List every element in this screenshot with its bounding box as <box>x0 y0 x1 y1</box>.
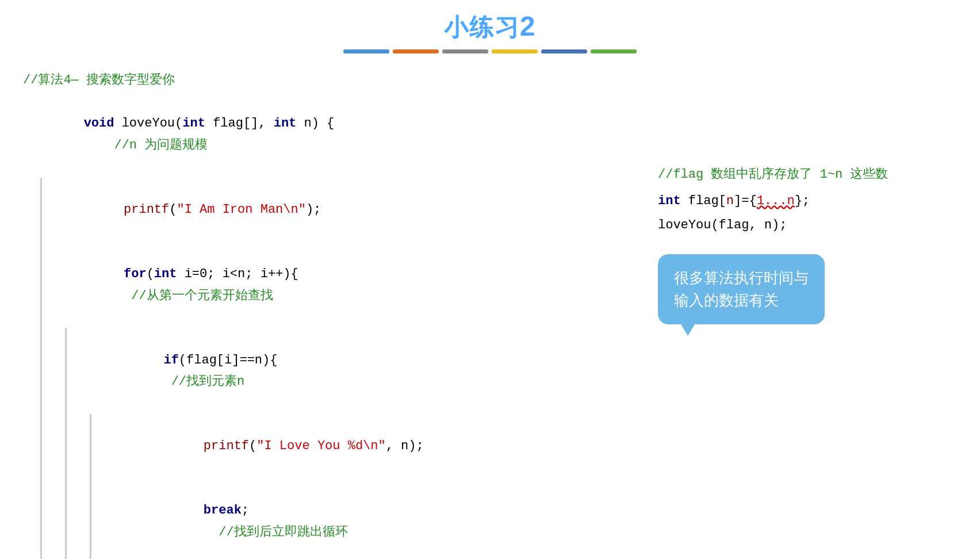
speech-bubble: 很多算法执行时间与 输入的数据有关 <box>658 254 825 324</box>
right-panel: //flag 数组中乱序存放了 1~n 这些数 int flag[n]={1..… <box>658 71 957 559</box>
title-area: 小练习2 <box>0 0 980 53</box>
code-comment1: //算法4— 搜索数字型爱你 <box>23 71 646 88</box>
title-number: 2 <box>520 11 537 41</box>
color-bar-segment <box>541 49 587 53</box>
title-main: 小练习 <box>444 14 520 41</box>
code-line-for: for(int i=0; i<n; i++){ //从第一个元素开始查找 <box>48 242 646 328</box>
color-bar-segment <box>591 49 637 53</box>
code-line-printf2: printf("I Love You %d\n", n); <box>97 414 646 478</box>
right-code: //flag 数组中乱序存放了 1~n 这些数 int flag[n]={1..… <box>658 163 957 237</box>
color-bar-segment <box>393 49 439 53</box>
right-code-line2: loveYou(flag, n); <box>658 213 957 238</box>
color-bar <box>0 49 980 53</box>
code-block: void loveYou(int flag[], int n) { //n 为问… <box>23 91 646 559</box>
code-line-printf1: printf("I Am Iron Man\n"); <box>48 178 646 242</box>
color-bar-segment <box>442 49 488 53</box>
left-panel: //算法4— 搜索数字型爱你 void loveYou(int flag[], … <box>23 71 646 559</box>
color-bar-segment <box>492 49 538 53</box>
right-code-line1: int flag[n]={1...n}; <box>658 189 957 213</box>
right-comment: //flag 数组中乱序存放了 1~n 这些数 <box>658 163 957 187</box>
code-line-if: if(flag[i]==n){ //找到元素n <box>72 328 646 414</box>
code-line-break: break; //找到后立即跳出循环 <box>97 478 646 559</box>
color-bar-segment <box>343 49 389 53</box>
page-title: 小练习2 <box>0 10 980 44</box>
main-content: //算法4— 搜索数字型爱你 void loveYou(int flag[], … <box>0 53 980 559</box>
code-line-1: void loveYou(int flag[], int n) { //n 为问… <box>23 91 646 178</box>
